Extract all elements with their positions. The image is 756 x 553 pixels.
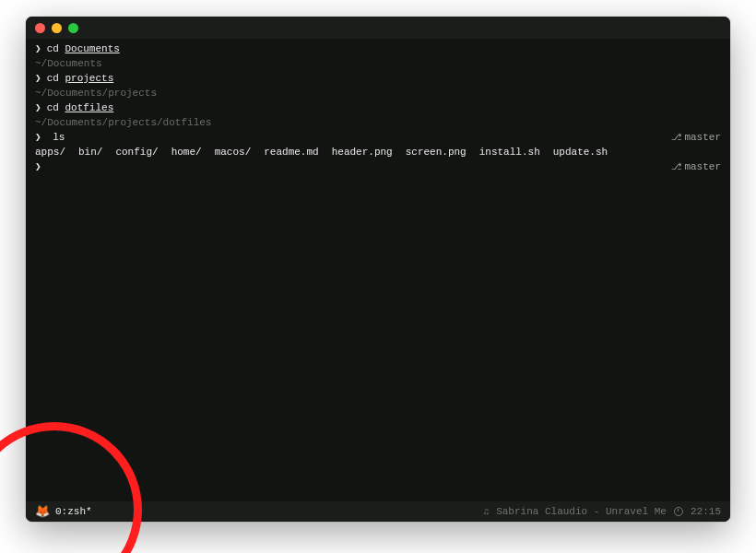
prompt-caret: ❯ [35, 161, 41, 172]
ls-item: apps/ [35, 146, 65, 160]
ls-item: update.sh [553, 146, 608, 160]
branch-name: master [684, 131, 721, 146]
cwd-line: ~/Documents/projects [35, 87, 721, 101]
status-left: 🦊 0:zsh* [35, 506, 92, 518]
branch-name: master [684, 160, 721, 175]
music-icon: ♫ [483, 507, 489, 517]
status-right: ♫ Sabrina Claudio - Unravel Me 22:15 [483, 506, 721, 517]
session-name: 0:zsh* [55, 506, 92, 517]
prompt-caret: ❯ [35, 101, 41, 116]
prompt-line: ❯ cd Documents [35, 42, 721, 57]
ls-item: screen.png [406, 146, 467, 160]
fox-icon: 🦊 [35, 506, 50, 518]
clock-icon [674, 507, 683, 516]
prompt-caret: ❯ [35, 42, 41, 57]
cwd-line: ~/Documents [35, 57, 721, 72]
command-text: ls [53, 132, 65, 143]
cwd-path: ~/Documents [35, 57, 102, 72]
command-text: cd dotfiles [47, 101, 114, 116]
ls-item: bin/ [78, 146, 102, 160]
terminal-window: ❯ cd Documents ~/Documents ❯ cd projects… [26, 17, 730, 522]
cwd-path: ~/Documents/projects [35, 87, 157, 101]
prompt-caret: ❯ [35, 72, 41, 87]
titlebar [26, 17, 730, 39]
ls-item: header.png [332, 146, 393, 160]
cwd-line: ~/Documents/projects/dotfiles [35, 116, 721, 131]
clock-time: 22:15 [691, 506, 721, 517]
command-text: cd projects [47, 72, 114, 87]
prompt-line: ❯ cd projects [35, 72, 721, 87]
tmux-statusbar: 🦊 0:zsh* ♫ Sabrina Claudio - Unravel Me … [26, 501, 730, 522]
zoom-icon[interactable] [68, 23, 78, 33]
prompt-line: ❯ cd dotfiles [35, 101, 721, 116]
ls-item: home/ [171, 146, 202, 160]
now-playing: Sabrina Claudio - Unravel Me [496, 506, 667, 517]
git-branch-indicator: ⎇ master [671, 160, 721, 175]
prompt-caret: ❯ [35, 132, 41, 143]
git-branch-indicator: ⎇ master [671, 131, 721, 146]
ls-item: macos/ [215, 146, 252, 160]
ls-item: install.sh [479, 146, 540, 160]
ls-output: apps/ bin/ config/ home/ macos/ readme.m… [35, 146, 721, 160]
terminal-body[interactable]: ❯ cd Documents ~/Documents ❯ cd projects… [26, 39, 730, 501]
branch-icon: ⎇ [671, 161, 682, 175]
prompt-line: ❯ ls ⎇ master [35, 131, 721, 146]
cwd-path: ~/Documents/projects/dotfiles [35, 116, 211, 131]
ls-item: readme.md [264, 146, 318, 160]
close-icon[interactable] [35, 23, 45, 33]
ls-item: config/ [115, 146, 158, 160]
command-text: cd Documents [47, 42, 120, 57]
minimize-icon[interactable] [52, 23, 62, 33]
prompt-line: ❯ ⎇ master [35, 160, 721, 175]
branch-icon: ⎇ [671, 132, 682, 146]
